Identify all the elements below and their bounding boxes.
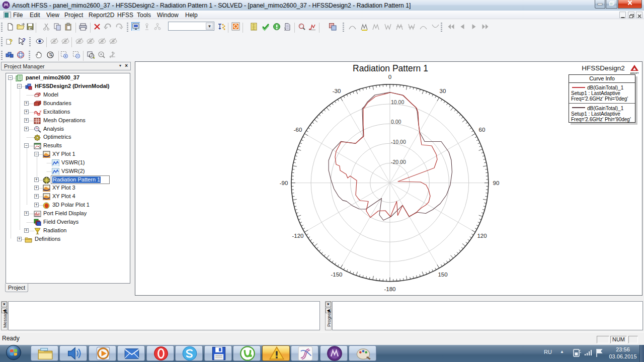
- svg-text:150: 150: [438, 272, 447, 278]
- svg-text:?: ?: [9, 38, 13, 45]
- svg-text:-20.00: -20.00: [391, 159, 406, 165]
- svg-text:-180: -180: [384, 286, 395, 292]
- svg-text:60: 60: [479, 127, 486, 133]
- svg-text:ANSOFT: ANSOFT: [630, 72, 639, 74]
- svg-text:30: 30: [440, 88, 446, 94]
- svg-text:-150: -150: [331, 272, 342, 278]
- svg-text:10.00: 10.00: [391, 99, 404, 105]
- svg-text:-60: -60: [294, 127, 302, 133]
- svg-text:90: 90: [493, 180, 500, 186]
- svg-text:0.00: 0.00: [391, 119, 401, 125]
- svg-text:⇅: ⇅: [49, 52, 53, 57]
- svg-text:-10.00: -10.00: [391, 139, 406, 145]
- svg-text:-90: -90: [280, 180, 288, 186]
- svg-text:120: 120: [477, 233, 487, 239]
- svg-text:0: 0: [388, 74, 391, 80]
- svg-text:-120: -120: [292, 233, 303, 239]
- svg-text:?: ?: [22, 37, 26, 43]
- svg-text:-30: -30: [333, 88, 341, 94]
